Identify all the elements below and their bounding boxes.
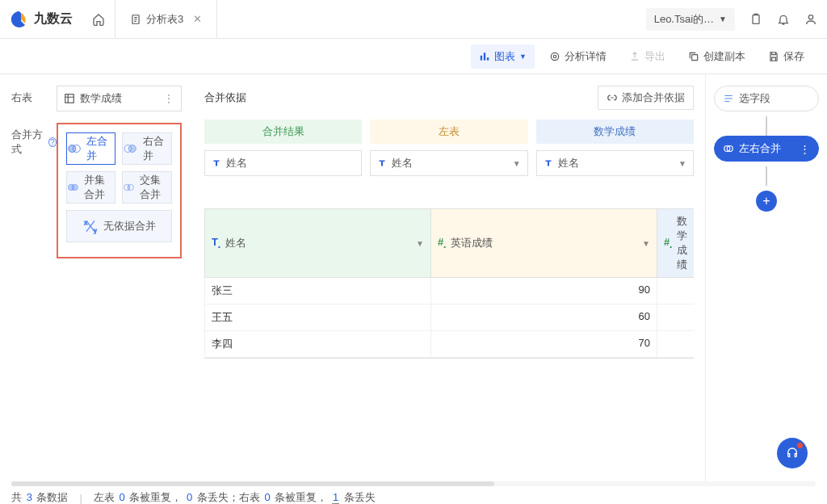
right-table-select[interactable]: 数学成绩 ⋮: [57, 86, 182, 111]
svg-rect-8: [692, 54, 698, 60]
basis-label-right: 数学成绩: [536, 120, 694, 144]
svg-text:y: y: [94, 228, 97, 234]
table-row: 李四 70: [204, 331, 694, 358]
detail-button[interactable]: 分析详情: [541, 44, 615, 69]
left-panel: 右表 数学成绩 ⋮ 合并方式 ? 左合并 右: [0, 74, 193, 481]
copy-icon: [688, 51, 699, 62]
basis-label-left: 左表: [370, 120, 527, 144]
copy-button[interactable]: 创建副本: [680, 44, 754, 69]
connector: [766, 166, 767, 186]
basis-label-result: 合并结果: [204, 120, 362, 144]
profile-icon[interactable]: [804, 13, 817, 26]
link-icon: [607, 92, 618, 103]
clipboard-icon[interactable]: [749, 13, 762, 26]
brand-name: 九数云: [34, 10, 73, 27]
svg-point-6: [551, 52, 558, 60]
tab-title: 分析表3: [146, 12, 183, 27]
merge-icon: [723, 143, 734, 154]
text-type-icon: [212, 158, 221, 168]
union-join-icon: [67, 179, 79, 195]
cross-join-icon: xy: [82, 218, 99, 234]
export-icon: [629, 51, 640, 62]
brand: 九数云: [10, 10, 73, 29]
save-button[interactable]: 保存: [760, 44, 812, 69]
svg-rect-4: [484, 52, 485, 60]
user-dropdown[interactable]: Leo.Tsai的… ▼: [646, 8, 735, 31]
step-select-field[interactable]: 选字段: [714, 86, 819, 111]
export-button: 导出: [621, 44, 674, 69]
col-header-eng[interactable]: #• 英语成绩 ▼: [430, 209, 657, 277]
merge-method-label: 合并方式 ?: [11, 123, 57, 157]
help-fab[interactable]: [777, 438, 808, 468]
table-icon: [64, 93, 75, 104]
steps-panel: 选字段 左右合并 ⋮ +: [705, 74, 827, 481]
scrollbar[interactable]: [11, 481, 816, 486]
more-icon[interactable]: ⋮: [800, 143, 810, 155]
dropdown-icon[interactable]: ▼: [642, 239, 650, 248]
text-type-icon: [377, 158, 387, 168]
col-header-name[interactable]: T• 姓名 ▼: [204, 209, 430, 277]
data-table: T• 姓名 ▼ #• 英语成绩 ▼ #• 数学成绩 张三 90: [204, 208, 694, 359]
svg-point-7: [553, 55, 556, 58]
divider: |: [79, 492, 82, 504]
merge-method-box: 左合并 右合并 并集合并 交集合并 xy: [57, 123, 182, 258]
toolbar: 图表 ▼ 分析详情 导出 创建副本 保存: [0, 39, 827, 74]
help-icon[interactable]: ?: [48, 137, 57, 147]
list-icon: [723, 93, 734, 104]
table-row: 王五 60: [204, 304, 694, 331]
headset-icon: [786, 447, 799, 460]
save-icon: [768, 51, 779, 62]
table-row: 张三 90: [204, 278, 694, 304]
merge-intersect-button[interactable]: 交集合并: [122, 171, 171, 204]
dropdown-icon[interactable]: ▼: [416, 239, 424, 248]
chart-icon: [479, 51, 490, 62]
document-tab[interactable]: 分析表3 ✕: [115, 0, 217, 39]
chevron-down-icon: ▼: [678, 159, 686, 168]
col-header-math[interactable]: #• 数学成绩: [657, 209, 694, 277]
user-label: Leo.Tsai的…: [654, 12, 714, 27]
intersect-join-icon: [123, 179, 135, 195]
detail-icon: [549, 51, 560, 62]
svg-point-2: [808, 15, 812, 19]
connector: [766, 116, 767, 136]
svg-rect-3: [481, 55, 482, 60]
merge-left-button[interactable]: 左合并: [66, 132, 115, 165]
merge-nobasis-button[interactable]: xy 无依据合并: [66, 210, 172, 242]
status-total: 共 3 条数据: [11, 490, 68, 504]
step-merge[interactable]: 左右合并 ⋮: [714, 136, 819, 162]
status-bar: 共 3 条数据 | 左表 0 条被重复， 0 条丢失；右表 0 条被重复， 1 …: [0, 486, 827, 504]
basis-field-result[interactable]: 姓名: [204, 150, 362, 176]
merge-union-button[interactable]: 并集合并: [66, 171, 115, 204]
right-join-icon: [123, 141, 137, 157]
middle-panel: 合并依据 添加合并依据 合并结果 左表 数学成绩 姓名 姓名 ▼ 姓名: [193, 74, 705, 481]
chevron-down-icon: ▼: [519, 52, 527, 61]
merge-basis-label: 合并依据: [204, 90, 246, 105]
logo-icon: [10, 10, 29, 29]
basis-field-left[interactable]: 姓名 ▼: [370, 150, 527, 176]
chart-button[interactable]: 图表 ▼: [471, 44, 535, 69]
tab-close-icon[interactable]: ✕: [193, 13, 202, 25]
document-icon: [130, 14, 141, 25]
add-step-button[interactable]: +: [756, 191, 777, 212]
bell-icon[interactable]: [777, 13, 790, 26]
right-table-value: 数学成绩: [80, 91, 122, 106]
right-table-label: 右表: [11, 86, 57, 105]
svg-rect-1: [753, 15, 759, 23]
svg-rect-5: [487, 57, 489, 61]
basis-field-right[interactable]: 姓名 ▼: [536, 150, 694, 176]
topbar: 九数云 分析表3 ✕ Leo.Tsai的… ▼: [0, 0, 827, 39]
left-join-icon: [67, 141, 82, 157]
content: 右表 数学成绩 ⋮ 合并方式 ? 左合并 右: [0, 74, 827, 481]
status-detail: 左表 0 条被重复， 0 条丢失；右表 0 条被重复， 1 条丢失: [94, 490, 376, 504]
chevron-down-icon: ▼: [513, 159, 521, 168]
more-icon[interactable]: ⋮: [163, 92, 174, 105]
merge-right-button[interactable]: 右合并: [122, 132, 171, 165]
text-type-icon: [544, 158, 553, 168]
topbar-right: Leo.Tsai的… ▼: [646, 8, 817, 31]
add-basis-button[interactable]: 添加合并依据: [598, 86, 694, 110]
svg-rect-9: [65, 94, 74, 103]
home-icon[interactable]: [92, 13, 105, 26]
chevron-down-icon: ▼: [719, 15, 727, 23]
